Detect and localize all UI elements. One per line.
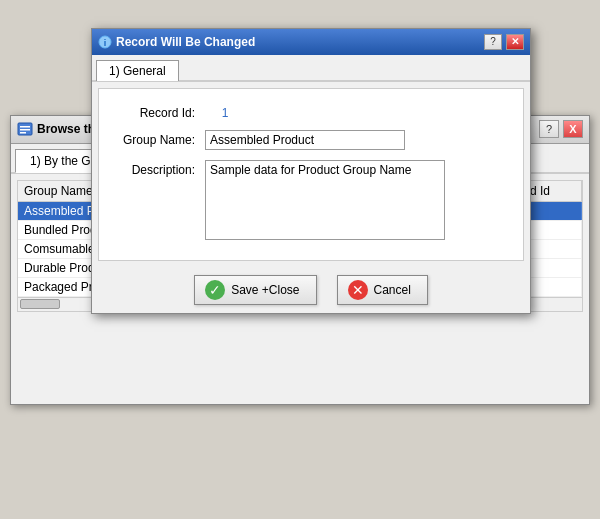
record-id-row: Record Id: 1 bbox=[115, 103, 507, 120]
cancel-icon: ✕ bbox=[348, 280, 368, 300]
inner-help-button[interactable]: ? bbox=[484, 34, 502, 50]
cancel-label: Cancel bbox=[374, 283, 411, 297]
bottom-spacer bbox=[11, 318, 589, 398]
outer-dialog-body: Group Name Description Record Id Assembl… bbox=[11, 174, 589, 404]
inner-titlebar: i Record Will Be Changed ? ✕ bbox=[92, 29, 530, 55]
cancel-button[interactable]: ✕ Cancel bbox=[337, 275, 428, 305]
tab-general[interactable]: 1) General bbox=[96, 60, 179, 81]
outer-dialog-icon bbox=[17, 121, 33, 137]
save-icon: ✓ bbox=[205, 280, 225, 300]
inner-tab-strip: 1) General bbox=[92, 55, 530, 82]
save-close-button[interactable]: ✓ Save +Close bbox=[194, 275, 316, 305]
outer-help-button[interactable]: ? bbox=[539, 120, 559, 138]
group-name-label: Group Name: bbox=[115, 130, 205, 147]
record-id-value: 1 bbox=[205, 103, 245, 120]
inner-dialog-title: Record Will Be Changed bbox=[116, 35, 480, 49]
description-label: Description: bbox=[115, 160, 205, 177]
inner-close-button[interactable]: ✕ bbox=[506, 34, 524, 50]
svg-rect-2 bbox=[20, 129, 30, 131]
group-name-input[interactable] bbox=[205, 130, 405, 150]
group-name-row: Group Name: bbox=[115, 130, 507, 150]
save-label: Save +Close bbox=[231, 283, 299, 297]
inner-dialog-icon: i bbox=[98, 35, 112, 49]
button-area: ✓ Save +Close ✕ Cancel bbox=[92, 267, 530, 313]
svg-rect-3 bbox=[20, 132, 26, 134]
svg-text:i: i bbox=[104, 38, 107, 48]
svg-rect-1 bbox=[20, 126, 30, 128]
description-textarea[interactable]: Sample data for Product Group Name bbox=[205, 160, 445, 240]
form-area: Record Id: 1 Group Name: Description: Sa… bbox=[98, 88, 524, 261]
inner-dialog: i Record Will Be Changed ? ✕ 1) General … bbox=[91, 28, 531, 314]
outer-dialog: Browse the Product Group Names file ? X … bbox=[10, 115, 590, 405]
scroll-thumb[interactable] bbox=[20, 299, 60, 309]
record-id-label: Record Id: bbox=[115, 103, 205, 120]
outer-close-button[interactable]: X bbox=[563, 120, 583, 138]
description-row: Description: Sample data for Product Gro… bbox=[115, 160, 507, 240]
